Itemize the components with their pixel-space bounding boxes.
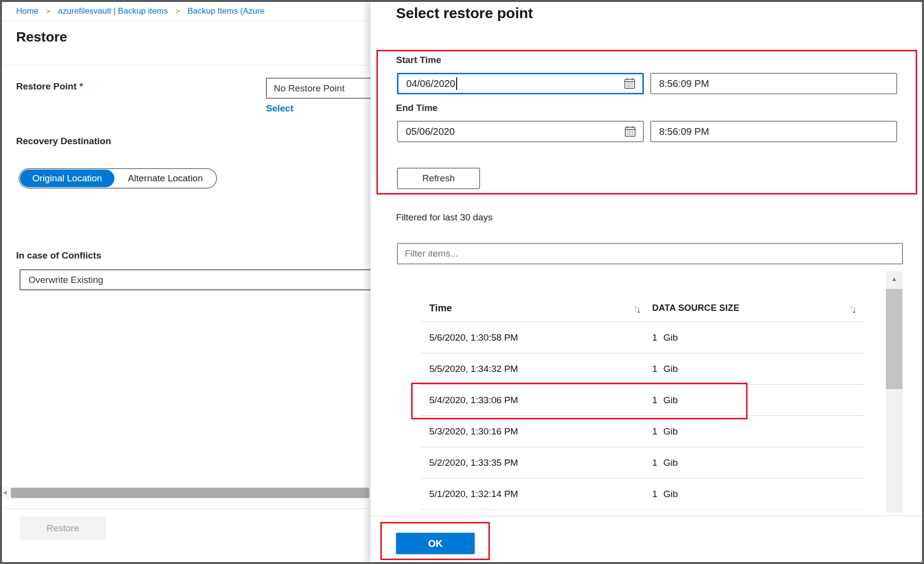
restore-button[interactable]: Restore <box>20 517 106 540</box>
text-cursor <box>456 77 457 90</box>
recovery-destination-label: Recovery Destination <box>16 136 111 147</box>
start-date-input[interactable]: 04/06/2020 <box>397 73 644 94</box>
table-row[interactable]: 5/5/2020, 1:34:32 PM 1 Gib <box>421 353 864 385</box>
horizontal-scrollbar-thumb[interactable] <box>11 488 369 498</box>
required-asterisk: * <box>80 81 83 91</box>
table-row[interactable]: 5/3/2020, 1:30:16 PM 1 Gib <box>421 416 864 447</box>
recovery-destination-toggle: Original Location Alternate Location <box>19 168 217 189</box>
end-time-value: 8:56:09 PM <box>659 126 709 137</box>
column-header-time[interactable]: Time <box>429 303 452 314</box>
restore-point-label: Restore Point* <box>16 81 83 92</box>
footer-divider <box>2 508 371 509</box>
row-time: 5/6/2020, 1:30:58 PM <box>429 332 518 343</box>
table-row[interactable]: 5/4/2020, 1:33:06 PM 1 Gib <box>421 385 864 416</box>
row-size: 1 Gib <box>652 426 678 437</box>
breadcrumb-separator-icon: > <box>46 7 50 15</box>
row-size: 1 Gib <box>652 332 678 343</box>
restore-point-list-area: Time ↑↓ DATA SOURCE SIZE ↑↓ 5/6/2020, 1:… <box>371 268 922 516</box>
conflicts-label: In case of Conflicts <box>16 250 101 261</box>
conflicts-dropdown[interactable]: Overwrite Existing <box>20 269 371 290</box>
sort-updown-icon[interactable]: ↑↓ <box>633 303 641 314</box>
breadcrumb-vault[interactable]: azurefilesvault | Backup items <box>58 6 168 16</box>
toggle-alternate-location[interactable]: Alternate Location <box>115 173 216 184</box>
restore-point-list: 5/6/2020, 1:30:58 PM 1 Gib 5/5/2020, 1:3… <box>421 322 864 510</box>
ok-button[interactable]: OK <box>396 533 475 554</box>
page-title: Restore <box>16 29 67 45</box>
row-size: 1 Gib <box>652 457 678 468</box>
row-time: 5/2/2020, 1:33:35 PM <box>429 457 518 468</box>
select-restore-point-panel: Select restore point Start Time 04/06/20… <box>371 2 922 562</box>
restore-point-value: No Restore Point <box>274 83 345 94</box>
select-restore-point-link[interactable]: Select <box>266 103 293 114</box>
vertical-scrollbar[interactable]: ▲ <box>886 271 902 513</box>
row-size: 1 Gib <box>652 364 678 374</box>
end-date-value: 05/06/2020 <box>406 126 623 137</box>
filter-items-input[interactable] <box>397 243 903 264</box>
conflicts-value: Overwrite Existing <box>28 275 103 285</box>
start-time-label: Start Time <box>396 55 441 65</box>
breadcrumb-home[interactable]: Home <box>16 6 38 16</box>
breadcrumb: Home > azurefilesvault | Backup items > … <box>2 2 371 21</box>
column-header-data-source-size[interactable]: DATA SOURCE SIZE <box>652 303 739 313</box>
filter-note: Filtered for last 30 days <box>396 212 492 223</box>
table-header: Time ↑↓ DATA SOURCE SIZE ↑↓ <box>421 295 864 322</box>
end-date-input[interactable]: 05/06/2020 <box>397 121 644 142</box>
row-size: 1 Gib <box>652 395 678 406</box>
vertical-scrollbar-thumb[interactable] <box>886 289 902 389</box>
toggle-original-location[interactable]: Original Location <box>20 170 114 187</box>
end-time-input[interactable]: 8:56:09 PM <box>650 121 897 142</box>
header-divider <box>2 65 371 65</box>
chevron-up-icon[interactable]: ▲ <box>886 275 902 282</box>
row-time: 5/3/2020, 1:30:16 PM <box>429 426 518 437</box>
horizontal-scrollbar[interactable]: ◀ <box>2 486 371 499</box>
start-date-value: 04/06/2020 <box>406 77 623 90</box>
chevron-left-icon[interactable]: ◀ <box>3 490 7 495</box>
restore-point-field[interactable]: No Restore Point <box>266 78 371 99</box>
restore-blade: Home > azurefilesvault | Backup items > … <box>2 2 371 562</box>
row-size: 1 Gib <box>652 489 678 499</box>
row-time: 5/1/2020, 1:32:14 PM <box>429 489 518 499</box>
breadcrumb-backup-items[interactable]: Backup Items (Azure <box>187 6 264 16</box>
table-row[interactable]: 5/6/2020, 1:30:58 PM 1 Gib <box>421 322 864 353</box>
breadcrumb-separator-icon: > <box>176 7 180 15</box>
table-row[interactable]: 5/1/2020, 1:32:14 PM 1 Gib <box>421 478 864 510</box>
sort-updown-icon[interactable]: ↑↓ <box>849 303 857 314</box>
table-row[interactable]: 5/2/2020, 1:33:35 PM 1 Gib <box>421 447 864 478</box>
end-time-label: End Time <box>396 103 438 113</box>
calendar-icon[interactable] <box>623 125 637 138</box>
refresh-button[interactable]: Refresh <box>397 168 480 189</box>
panel-title: Select restore point <box>396 5 533 22</box>
start-time-input[interactable]: 8:56:09 PM <box>650 73 897 94</box>
screenshot-frame: Home > azurefilesvault | Backup items > … <box>0 0 924 564</box>
row-time: 5/5/2020, 1:34:32 PM <box>429 364 518 374</box>
calendar-icon[interactable] <box>623 77 637 90</box>
row-time: 5/4/2020, 1:33:06 PM <box>429 395 518 406</box>
start-time-value: 8:56:09 PM <box>659 78 709 89</box>
